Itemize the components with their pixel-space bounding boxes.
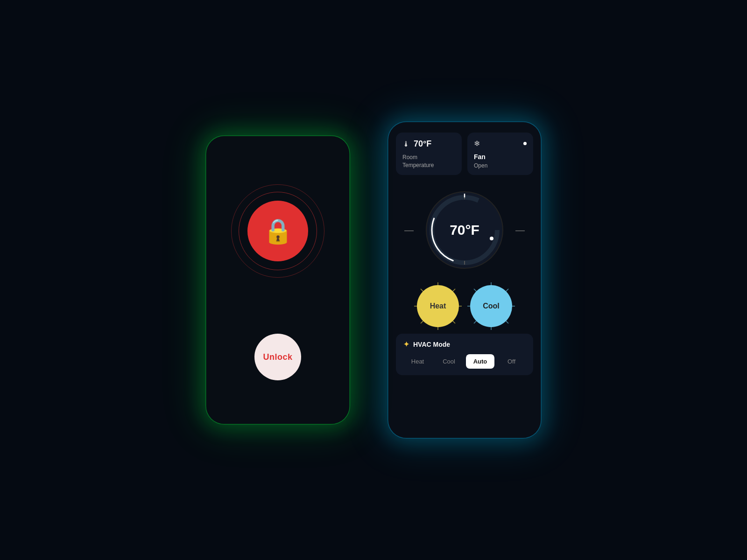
fan-card: ❄ Fan Open [467, 133, 533, 175]
fan-icon: ❄ [474, 139, 480, 148]
fan-label: Fan Open [474, 153, 527, 169]
lock-icon: 🔒 [263, 219, 293, 243]
lock-circle: 🔒 [247, 201, 308, 261]
fan-header: ❄ [474, 139, 527, 148]
hvac-icon: ✦ [403, 340, 409, 349]
thermometer-icon: 🌡 [402, 140, 410, 148]
hvac-tab-heat[interactable]: Heat [403, 354, 432, 369]
heat-mode-container: Heat [417, 285, 459, 327]
lock-area: 🔒 [226, 180, 329, 282]
info-cards: 🌡 70°F RoomTemperature ❄ Fan Open [396, 133, 533, 175]
cool-button[interactable]: Cool [470, 285, 512, 327]
dial-svg-container[interactable]: 70°F [423, 188, 507, 272]
unlock-button[interactable]: Unlock [254, 334, 301, 380]
hvac-cool-label: Cool [443, 358, 455, 365]
fan-status-text: Open [474, 162, 487, 169]
dial-plus[interactable]: — [515, 225, 525, 236]
cool-mode-container: Cool [470, 285, 512, 327]
mode-buttons: Heat Cool [396, 285, 533, 327]
room-temp-card: 🌡 70°F RoomTemperature [396, 133, 462, 175]
left-phone: 🔒 Unlock [205, 135, 350, 425]
room-temp-value: 70°F [414, 139, 431, 149]
svg-point-5 [490, 237, 493, 240]
fan-status-dot [523, 142, 527, 145]
hvac-section: ✦ HVAC Mode Heat Cool Auto Off [396, 334, 533, 375]
hvac-auto-label: Auto [473, 358, 487, 365]
room-temp-header: 🌡 70°F [402, 139, 455, 149]
hvac-tab-auto[interactable]: Auto [466, 354, 494, 369]
hvac-tab-cool[interactable]: Cool [435, 354, 463, 369]
svg-line-12 [452, 321, 455, 323]
right-phone: 🌡 70°F RoomTemperature ❄ Fan Open — [388, 121, 542, 439]
hvac-tab-off[interactable]: Off [497, 354, 526, 369]
hvac-title-text: HVAC Mode [413, 341, 450, 348]
hvac-off-label: Off [507, 358, 515, 365]
dial-temperature: 70°F [450, 222, 479, 238]
dial-minus[interactable]: — [404, 225, 414, 236]
svg-line-20 [506, 321, 508, 323]
hvac-heat-label: Heat [411, 358, 424, 365]
hvac-tabs: Heat Cool Auto Off [403, 354, 526, 369]
hvac-title: ✦ HVAC Mode [403, 340, 526, 349]
fan-name: Fan [474, 153, 486, 161]
dial-area[interactable]: — 70°F — [396, 183, 533, 277]
room-temp-label: RoomTemperature [402, 154, 455, 169]
unlock-label: Unlock [263, 352, 292, 362]
heat-label: Heat [430, 302, 446, 310]
heat-button[interactable]: Heat [417, 285, 459, 327]
cool-label: Cool [483, 302, 500, 310]
